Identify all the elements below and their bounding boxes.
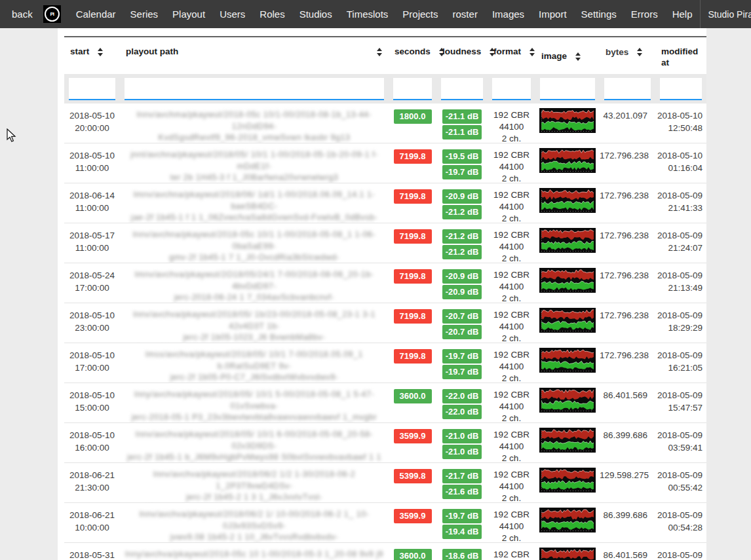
waveform-image [539, 403, 596, 415]
filter-cell-start [64, 78, 120, 100]
seconds-cell: 7199.8 [389, 143, 436, 183]
filter-input-path[interactable] [125, 78, 384, 100]
column-label: format [493, 46, 521, 57]
nav-item-errors[interactable]: Errors [624, 9, 665, 20]
modified-datetime: 18:29:29 [655, 322, 703, 334]
studio-select[interactable]: Studio Piradio [700, 0, 751, 28]
format-line: 44100 [488, 281, 535, 293]
table-row[interactable]: 2018-05-1015:00:00lnny/avchva/pkaywut/20… [64, 383, 706, 423]
table-row[interactable]: 2018-05-31lnny/avchva/pkaywut/2018-05c 1… [64, 543, 706, 560]
loudness-badge: -19.7 dB [442, 365, 482, 379]
start-datetime: 2018-05-10 [64, 349, 120, 362]
nav-item-images[interactable]: Images [485, 9, 531, 20]
nav-item-series[interactable]: Series [123, 9, 166, 20]
modified-at-cell: 2018-05-1012:50:48 [655, 103, 706, 143]
format-line: 192 CBR [488, 469, 535, 481]
nav-item-import[interactable]: Import [531, 9, 574, 20]
nav-item-timeslots[interactable]: Timeslots [339, 9, 396, 20]
table-row[interactable]: 2018-05-1011:00:00jnnt/avchna/pkaywut/20… [64, 143, 706, 183]
table-row[interactable]: 2018-06-2121:30:00lnnv/avchva/pkaywut/20… [64, 463, 706, 503]
filter-input-start[interactable] [69, 78, 115, 100]
sort-arrows-icon[interactable] [637, 48, 642, 56]
start-cell: 2018-05-1016:00:00 [64, 423, 120, 462]
table-row[interactable]: 2018-06-1411:00:00lmnv/avchna/pkaywut/20… [64, 183, 706, 223]
start-datetime: 2018-05-10 [64, 109, 120, 122]
modified-datetime: 2018-05-10 [655, 149, 703, 162]
modified-at-cell: 2018-05-0921:41:33 [655, 183, 706, 223]
nav-item-settings[interactable]: Settings [574, 9, 624, 20]
redacted-path-text: lnnv/avchva/pkaywut/2018/05/ 1b/23-00/20… [124, 309, 385, 332]
bytes-cell: 86.399.686 [600, 423, 655, 462]
bytes-cell: 172.796.238 [600, 303, 655, 343]
nav-item-roles[interactable]: Roles [252, 9, 292, 20]
piradio-logo-icon[interactable]: PI [43, 5, 61, 23]
table-row[interactable]: 2018-05-1016:00:00lnnv/avchva/pkaywut/20… [64, 423, 706, 463]
sort-arrows-icon[interactable] [98, 48, 103, 56]
bytes-cell: 172.796.238 [600, 223, 655, 263]
table-row[interactable]: 2018-06-2110:00:00lnnv/avchva/pkaywut/20… [64, 503, 706, 543]
mouse-cursor [7, 128, 17, 143]
format-line: 192 CBR [488, 429, 535, 441]
start-datetime: 10:00:00 [64, 521, 120, 534]
column-header-loudness[interactable]: loudness [436, 46, 488, 68]
nav-item-help[interactable]: Help [665, 9, 700, 20]
column-header-seconds[interactable]: seconds [389, 46, 436, 68]
filter-input-modified[interactable] [660, 78, 702, 100]
sort-arrows-icon[interactable] [377, 48, 382, 56]
format-line: 2 ch. [488, 413, 535, 422]
loudness-badge: -19.4 dB [442, 525, 482, 539]
start-datetime: 11:00:00 [64, 242, 120, 254]
format-cell: 192 CBR441002 ch. [488, 343, 535, 383]
playout-path-cell: jnnt/avchna/pkaywut/2018/05/ 10/1 1-00/2… [120, 143, 389, 183]
waveform-image [539, 244, 596, 255]
column-label: loudness [442, 46, 481, 57]
nav-item-calendar[interactable]: Calendar [64, 9, 123, 20]
loudness-cell: -19.7 dB-19.4 dB [436, 503, 488, 542]
image-cell [535, 463, 600, 502]
table-row[interactable]: 2018-05-1017:00:00lmss/avchva/pkaywut/20… [64, 343, 706, 383]
nav-item-users[interactable]: Users [212, 9, 252, 20]
back-button[interactable]: back [0, 9, 40, 20]
format-cell: 192 CBR [488, 543, 535, 560]
redacted-path-text: lnny/avchva/pkaywut/2018-05c 10 1-00/201… [124, 549, 385, 560]
filter-input-seconds[interactable] [393, 78, 432, 100]
column-header-modified[interactable]: modified at [655, 46, 706, 68]
sort-arrows-icon[interactable] [575, 52, 581, 61]
seconds-badge: 7199.8 [394, 229, 432, 244]
loudness-cell: -19.7 dB-19.7 dB [436, 343, 488, 383]
image-cell [535, 343, 600, 383]
redacted-path-text: jerc-2f 1b45-1 b_J6M9vHgbPvMwys98 S0bvtS… [124, 452, 385, 462]
modified-at-cell: 2018-05-0918:29:29 [655, 303, 706, 343]
column-label: playout path [126, 46, 178, 57]
start-datetime: 20:00:00 [64, 122, 120, 134]
column-header-start[interactable]: start [64, 46, 120, 68]
filter-input-format[interactable] [492, 78, 531, 100]
image-cell [535, 543, 600, 560]
column-header-image[interactable]: image [535, 46, 600, 68]
nav-item-roster[interactable]: roster [446, 9, 485, 20]
image-cell [535, 183, 600, 223]
format-cell: 192 CBR441002 ch. [488, 183, 535, 223]
loudness-badge: -22.0 dB [442, 405, 482, 419]
sort-arrows-icon[interactable] [530, 48, 535, 56]
table-row[interactable]: 2018-05-1020:00:00lnnv/avchma/pkaywut/20… [64, 103, 706, 143]
format-line: 44100 [488, 441, 535, 453]
format-line: 192 CBR [488, 549, 535, 560]
nav-item-studios[interactable]: Studios [292, 9, 339, 20]
table-row[interactable]: 2018-05-1023:00:00lnnv/avchva/pkaywut/20… [64, 303, 706, 343]
filter-input-image[interactable] [540, 78, 595, 100]
modified-datetime: 2018-05-09 [655, 269, 703, 282]
start-cell: 2018-05-1020:00:00 [64, 103, 120, 143]
modified-datetime: 03:59:41 [655, 441, 703, 454]
column-header-path[interactable]: playout path [120, 46, 389, 68]
table-row[interactable]: 2018-05-2417:00:00lmnv/avchva/pkaywut/2O… [64, 263, 706, 303]
format-line: 2 ch. [488, 253, 535, 263]
column-header-bytes[interactable]: bytes [600, 46, 655, 68]
table-row[interactable]: 2018-05-1711:00:00lnnv/avchna/pkaywut/20… [64, 223, 706, 263]
column-header-format[interactable]: format [488, 46, 535, 68]
nav-item-projects[interactable]: Projects [395, 9, 445, 20]
filter-input-bytes[interactable] [604, 78, 651, 100]
image-cell [535, 263, 600, 303]
filter-input-loudness[interactable] [441, 78, 483, 100]
nav-item-playout[interactable]: Playout [165, 9, 212, 20]
